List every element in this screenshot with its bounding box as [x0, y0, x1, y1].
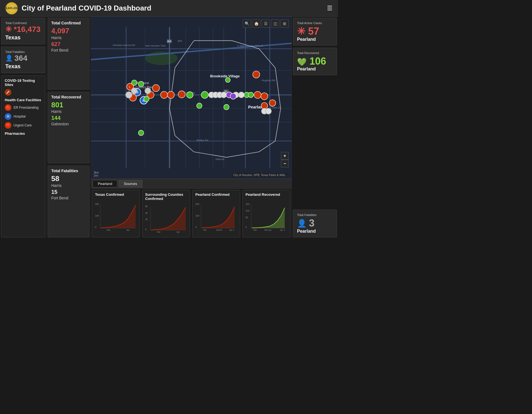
mid-confirmed-title: Total Confirmed [51, 21, 86, 25]
map-zoom-controls: + − [281, 152, 289, 167]
svg-point-50 [138, 130, 144, 136]
svg-point-68 [261, 93, 268, 100]
pearland-active-sub: Pearland [297, 37, 333, 42]
map-area: Almeda-Genoa Rd 865 Sam Houston Tlwy S S… [91, 17, 291, 189]
pharmacies-title: Pharmacies [5, 131, 42, 136]
svg-text:Almeda-Genoa Rd: Almeda-Genoa Rd [112, 44, 135, 47]
svg-text:Country Place: Country Place [135, 85, 154, 89]
header: PEARLAND City of Pearland COVID-19 Dashb… [0, 0, 338, 17]
svg-point-43 [152, 85, 159, 92]
legend-panel: COVID-19 Testing Sites 💉 Health Care Fac… [1, 75, 45, 237]
surrounding-counties-chart-title: Surrounding Counties Confirmed [145, 192, 187, 201]
svg-text:Manvel: Manvel [216, 158, 224, 161]
svg-point-61 [221, 92, 227, 98]
svg-point-57 [201, 91, 208, 98]
svg-point-74 [225, 78, 230, 83]
mid-harris-confirmed-label: Harris [51, 35, 86, 40]
search-tool-button[interactable]: 🔍 [243, 19, 251, 28]
svg-text:2k: 2k [145, 218, 148, 221]
tab-pearland[interactable]: Pearland [93, 180, 117, 187]
svg-point-73 [265, 108, 272, 114]
pearland-recovered-chart-title: Pearland Recovered [245, 192, 287, 197]
svg-text:4k: 4k [145, 212, 148, 214]
mid-harris-recovered-label: Harris [51, 109, 86, 114]
pearland-confirmed-chart: Pearland Confirmed 200 100 0 Mar Mar25 A… [192, 190, 240, 237]
home-tool-button[interactable]: 🏠 [252, 19, 260, 28]
pearland-confirmed-chart-title: Pearland Confirmed [195, 192, 237, 197]
svg-text:Mar: Mar [203, 229, 207, 231]
surrounding-counties-chart-area: 6k 4k 2k 0 Mar Apr [145, 202, 187, 235]
header-left: PEARLAND City of Pearland COVID-19 Dashb… [6, 2, 151, 14]
svg-text:S Sam Houston Pkwy E: S Sam Houston Pkwy E [237, 44, 263, 47]
mid-harris-fatalities-number: 58 [51, 175, 86, 183]
bottom-charts: Texas Confirmed 20k 10k 0 Mar Apr [91, 189, 291, 238]
svg-text:50: 50 [245, 216, 248, 219]
menu-icon[interactable]: ☰ [327, 5, 332, 12]
svg-point-52 [224, 104, 229, 110]
texas-confirmed-label: Total Confirmed [5, 21, 41, 25]
pearland-active-number: ✳ 57 [297, 26, 333, 37]
urgent-label: Urgent Care [14, 123, 32, 127]
pearland-recovered-number: 💚 106 [297, 56, 333, 67]
svg-point-44 [126, 92, 132, 98]
pearland-fatalities-card: Total Fatalities 👤 3 Pearland [293, 210, 337, 237]
urgent-care-icon: ❤️ [5, 122, 11, 129]
pearland-recovered-chart: Pearland Recovered 150 100 50 0 Mar Mar … [242, 190, 290, 237]
svg-point-75 [230, 93, 236, 99]
mid-harris-recovered-number: 801 [51, 101, 86, 109]
svg-text:100: 100 [245, 209, 249, 212]
zoom-out-button[interactable]: − [281, 160, 289, 167]
svg-point-66 [248, 92, 254, 98]
svg-text:Mar: Mar [157, 231, 160, 233]
mid-recovered-title: Total Recovered [51, 95, 86, 99]
texas-confirmed-number: ✳ *16,473 [5, 25, 41, 34]
map-container[interactable]: Almeda-Genoa Rd 865 Sam Houston Tlwy S S… [91, 17, 291, 179]
list-tool-button[interactable]: ☰ [262, 19, 270, 28]
svg-text:0: 0 [95, 226, 96, 228]
svg-point-71 [269, 100, 276, 106]
zoom-in-button[interactable]: + [281, 152, 289, 160]
grid-tool-button[interactable]: ⊞ [280, 19, 289, 28]
svg-text:865: 865 [178, 39, 182, 42]
pearland-fatalities-number: 3 [309, 218, 314, 229]
map-scale: 3km 2mi [94, 171, 99, 177]
svg-point-56 [186, 92, 193, 98]
pearland-recovered-card: Total Recovered 💚 106 Pearland [293, 48, 337, 75]
active-asterisk-icon: ✳ [297, 26, 305, 37]
pearland-fatalities-person-icon: 👤 [297, 219, 307, 228]
main-layout: Total Confirmed ✳ *16,473 Texas Total Fa… [0, 17, 338, 238]
svg-text:200: 200 [195, 203, 199, 205]
pearland-confirmed-chart-area: 200 100 0 Mar Mar25 Apr 1 [195, 198, 237, 235]
pearland-recovered-sub: Pearland [297, 67, 333, 72]
mid-recovered-card: Total Recovered 801 Harris 144 Galveston [48, 92, 89, 164]
layers-tool-button[interactable]: ◫ [271, 19, 279, 28]
right-sidebar: Total Active Cases ✳ 57 Pearland Total R… [291, 17, 338, 238]
tab-sources[interactable]: Sources [119, 180, 142, 187]
texas-confirmed-chart-title: Texas Confirmed [95, 192, 137, 197]
svg-text:Mar: Mar [107, 229, 110, 231]
svg-point-67 [254, 91, 261, 98]
er-icon: 🔴 [5, 104, 11, 111]
svg-point-48 [138, 81, 144, 87]
svg-text:Apr: Apr [177, 231, 180, 233]
svg-point-47 [132, 80, 137, 85]
scale-2mi: 2mi [94, 174, 99, 177]
svg-point-49 [144, 96, 149, 102]
svg-point-54 [167, 91, 174, 98]
recovered-heart-icon: 💚 [297, 58, 307, 66]
mid-harris-fatalities-label: Harris [51, 183, 86, 188]
svg-text:Hughes Rd: Hughes Rd [262, 79, 275, 82]
testing-site-icon[interactable]: 💉 [5, 89, 11, 96]
testing-site-icon-item: 💉 [5, 89, 42, 96]
svg-text:10k: 10k [95, 214, 99, 217]
texas-confirmed-chart-area: 20k 10k 0 Mar Apr [95, 198, 137, 235]
center-panel: Almeda-Genoa Rd 865 Sam Houston Tlwy S S… [91, 17, 291, 238]
pearland-fatalities-label: Total Fatalities [297, 213, 333, 217]
hospital-label: Hospital [14, 115, 25, 118]
map-svg: Almeda-Genoa Rd 865 Sam Houston Tlwy S S… [91, 17, 291, 179]
mid-galveston-recovered-number: 144 [51, 115, 86, 121]
scale-3km: 3km [94, 171, 99, 174]
texas-fatalities-card: Total Fatalities 👤 364 Texas [1, 47, 45, 73]
svg-text:S Main St: S Main St [270, 106, 281, 109]
map-tabs: Pearland Sources [91, 179, 291, 189]
